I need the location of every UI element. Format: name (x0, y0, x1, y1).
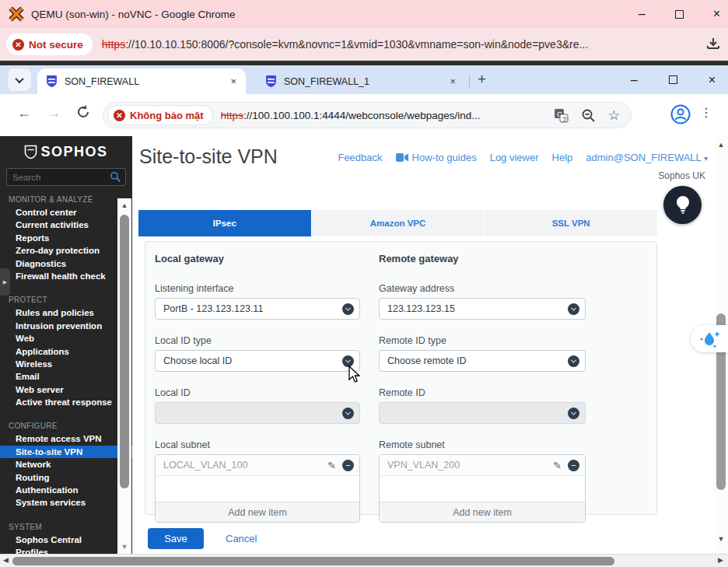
sidebar-item-email[interactable]: Email (0, 370, 132, 383)
ipsec-form-panel: Local gateway Listening interface PortB … (145, 241, 657, 515)
scroll-right-icon[interactable]: ▶ (718, 556, 723, 564)
tab-close-icon[interactable]: × (229, 75, 238, 87)
sidebar-item-reports[interactable]: Reports (0, 232, 132, 244)
droplet-widget[interactable] (691, 325, 728, 352)
tab-close-icon[interactable]: × (448, 75, 457, 87)
vm-tab-active[interactable]: SON_FIREWALL × (37, 68, 246, 94)
sidebar-item-site-to-site-vpn[interactable]: Site-to-site VPN (0, 446, 132, 458)
select-caret-icon (568, 303, 579, 315)
zoom-icon[interactable] (581, 108, 596, 123)
nav-section-configure: CONFIGURE (0, 420, 132, 432)
sidebar-item-rules-and-policies[interactable]: Rules and policies (0, 306, 132, 319)
sidebar-item-web[interactable]: Web (0, 332, 132, 345)
remote-id-type-select[interactable]: Choose remote ID (379, 350, 586, 372)
water-drop-icon (698, 329, 721, 349)
scroll-down-icon[interactable]: ▼ (117, 543, 131, 551)
vm-minimize-button[interactable]: – (631, 74, 638, 86)
sidebar: SOPHOS MONITOR & ANALYZE Control center … (0, 136, 132, 554)
sidebar-item-wireless[interactable]: Wireless (0, 358, 132, 370)
tab-amazon-vpc[interactable]: Amazon VPC (312, 210, 485, 236)
sidebar-item-system-services[interactable]: System services (0, 496, 132, 509)
outer-url[interactable]: https://10.10.10.150:8006/?console=kvm&n… (102, 38, 588, 51)
sidebar-item-remote-access-vpn[interactable]: Remote access VPN (0, 432, 132, 445)
sidebar-item-active-threat-response[interactable]: Active threat response (0, 396, 132, 408)
tab-ipsec[interactable]: IPsec (138, 210, 311, 236)
vm-maximize-button[interactable] (669, 75, 677, 84)
sidebar-expand-handle[interactable]: ▶ (0, 268, 10, 296)
vm-address-bar[interactable]: ✕ Không bảo mật https://100.100.100.1:44… (103, 102, 632, 128)
subnet-list-empty-area (380, 476, 585, 502)
sidebar-item-applications[interactable]: Applications (0, 345, 132, 358)
sidebar-item-current-activities[interactable]: Current activities (0, 219, 132, 231)
sidebar-item-web-server[interactable]: Web server (0, 383, 132, 396)
translate-icon[interactable]: G 文 (554, 108, 569, 123)
video-camera-icon (396, 153, 408, 162)
nav-section-monitor: MONITOR & ANALYZE (0, 194, 132, 206)
tab-ssl-vpn[interactable]: SSL VPN (485, 210, 657, 236)
forward-icon[interactable]: → (47, 105, 61, 121)
select-caret-icon (568, 355, 579, 367)
vpn-tabs: IPsec Amazon VPC SSL VPN (138, 210, 657, 236)
feedback-link[interactable]: Feedback (338, 152, 382, 163)
sidebar-scrollbar[interactable]: ▲ ▼ (117, 198, 131, 554)
horizontal-scrollbar-thumb[interactable] (12, 557, 614, 565)
download-icon[interactable] (705, 36, 722, 53)
scroll-up-icon[interactable]: ▲ (714, 141, 728, 149)
tab-search-button[interactable] (8, 68, 31, 91)
edit-pencil-icon[interactable]: ✎ (553, 460, 562, 471)
local-id-type-select[interactable]: Choose local ID (155, 350, 360, 372)
vm-tab-inactive[interactable]: SON_FIREWALL_1 × (257, 68, 465, 94)
account-menu[interactable]: admin@SON_FIREWALL ▾ (586, 152, 708, 163)
local-subnet-item[interactable]: LOCAL_VLAN_100 ✎ − (156, 455, 359, 476)
vm-close-button[interactable]: × (709, 74, 716, 86)
gateway-address-value: 123.123.123.15 (380, 303, 455, 314)
sidebar-search[interactable] (6, 168, 126, 186)
menu-dots-icon[interactable]: ⋮ (700, 105, 712, 120)
maximize-button[interactable] (675, 10, 684, 19)
save-button[interactable]: Save (148, 528, 204, 549)
local-id-label: Local ID (155, 387, 360, 398)
local-add-new-item-button[interactable]: Add new item (156, 502, 359, 522)
sidebar-item-diagnostics[interactable]: Diagnostics (0, 257, 132, 270)
assistant-bubble[interactable] (663, 186, 702, 224)
vm-not-secure-badge[interactable]: ✕ Không bảo mật (107, 105, 213, 125)
sidebar-scrollbar-thumb[interactable] (120, 215, 129, 488)
sidebar-item-sophos-central[interactable]: Sophos Central (0, 534, 132, 546)
cancel-button[interactable]: Cancel (226, 533, 257, 544)
sidebar-item-profiles[interactable]: Profiles (0, 546, 132, 554)
gateway-address-select[interactable]: 123.123.123.15 (379, 298, 586, 320)
horizontal-scrollbar[interactable]: ◀ ▶ (0, 554, 728, 567)
sidebar-item-authentication[interactable]: Authentication (0, 484, 132, 496)
minimize-button[interactable]: – (639, 8, 646, 20)
scroll-down-icon[interactable]: ▼ (714, 535, 728, 543)
sidebar-item-zero-day-protection[interactable]: Zero-day protection (0, 244, 132, 257)
listening-interface-select[interactable]: PortB - 123.123.123.11 (155, 298, 360, 320)
log-viewer-link[interactable]: Log viewer (490, 152, 539, 163)
sidebar-item-control-center[interactable]: Control center (0, 206, 132, 219)
search-input[interactable] (7, 173, 93, 182)
new-tab-button[interactable]: + (478, 71, 486, 88)
remote-add-new-item-button[interactable]: Add new item (380, 502, 585, 522)
sidebar-item-routing[interactable]: Routing (0, 471, 132, 484)
back-icon[interactable]: ← (17, 105, 31, 121)
scroll-left-icon[interactable]: ◀ (3, 556, 9, 564)
sidebar-item-intrusion-prevention[interactable]: Intrusion prevention (0, 320, 132, 332)
bookmark-star-icon[interactable]: ☆ (608, 107, 620, 124)
close-button[interactable]: × (713, 8, 720, 20)
profile-avatar-icon[interactable] (670, 104, 691, 124)
remote-subnet-item[interactable]: VPN_VLAN_200 ✎ − (380, 455, 585, 476)
howto-guides-link[interactable]: How-to guides (396, 152, 477, 163)
reload-icon[interactable] (75, 104, 91, 120)
sidebar-item-firewall-health-check[interactable]: Firewall health check (0, 270, 132, 282)
scroll-up-icon[interactable]: ▲ (117, 201, 131, 209)
not-secure-badge[interactable]: ✕ Not secure (6, 33, 93, 55)
main-content: Site-to-site VPN Feedback How-to guides … (132, 136, 714, 554)
help-link[interactable]: Help (552, 152, 573, 163)
vm-url[interactable]: https://100.100.100.1:4444/webconsole/we… (221, 110, 554, 121)
edit-pencil-icon[interactable]: ✎ (327, 460, 336, 471)
search-icon[interactable] (110, 171, 121, 183)
remove-item-icon[interactable]: − (568, 460, 579, 471)
vm-tab-strip: SON_FIREWALL × SON_FIREWALL_1 × + – × (0, 65, 728, 94)
remove-item-icon[interactable]: − (342, 460, 354, 471)
sidebar-item-network[interactable]: Network (0, 458, 132, 471)
